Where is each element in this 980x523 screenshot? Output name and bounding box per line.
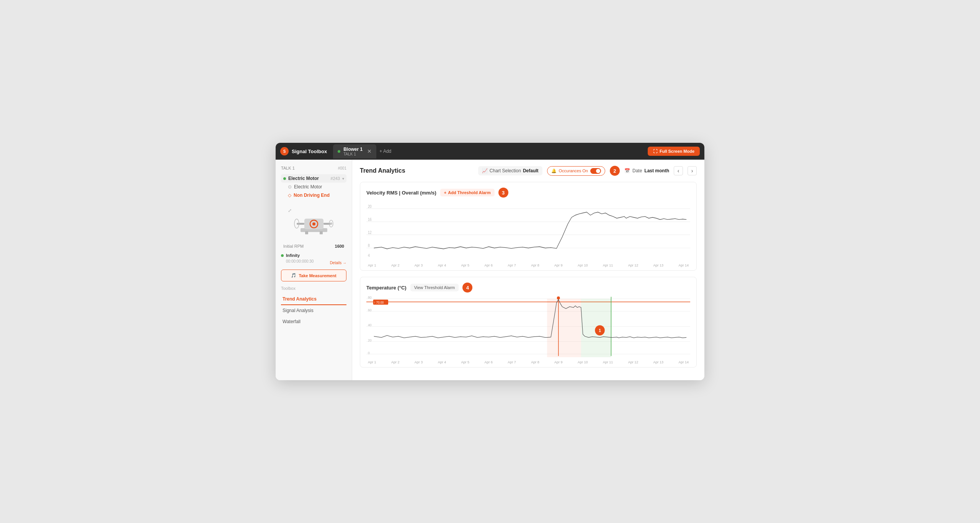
tab-blower1[interactable]: Blower 1 TALK 1 ✕: [333, 144, 376, 159]
toolbox-item-waterfall[interactable]: Waterfall: [281, 316, 346, 327]
infinity-details-link[interactable]: Details →: [330, 261, 346, 265]
device-status-dot: [283, 177, 286, 180]
sub-item-selected-label: Non Driving End: [294, 193, 330, 198]
bell-icon: 🔔: [551, 168, 557, 173]
temperature-chart-wrap: 80 60 40 20 0 ↑ 70.00: [366, 295, 690, 360]
view-threshold-alarm-button[interactable]: View Threshold Alarm: [410, 284, 459, 291]
main-content: TALK 1 #001 Electric Motor #243 ▾ ⊙ Elec…: [276, 160, 704, 380]
infinity-time: 00:00:00:000:30: [286, 259, 314, 263]
prev-button[interactable]: ‹: [674, 166, 683, 175]
expand-icon[interactable]: ⤢: [288, 208, 292, 213]
temperature-chart-panel: Temperature (°C) View Threshold Alarm 4 …: [360, 277, 697, 368]
rpm-row: Initial RPM 1600: [276, 242, 352, 250]
temperature-chart-header: Temperature (°C) View Threshold Alarm 4: [366, 283, 690, 293]
toggle-knob: [596, 169, 600, 173]
talk-header: TALK 1 #001: [281, 166, 346, 170]
calendar-icon: 📅: [624, 168, 630, 173]
rpm-value: 1600: [335, 244, 344, 248]
take-measurement-button[interactable]: 🎵 Take Measurement: [281, 270, 346, 281]
svg-point-8: [330, 222, 332, 225]
app-window: S Signal Toolbox Blower 1 TALK 1 ✕ + Add…: [276, 143, 704, 380]
toolbox-item-signal-analysis[interactable]: Signal Analysis: [281, 305, 346, 316]
diamond-icon: ◇: [288, 193, 291, 198]
device-number: #243: [331, 176, 340, 181]
svg-text:16: 16: [368, 217, 372, 222]
step-badge-3: 3: [498, 188, 508, 198]
chart-header: Trend Analytics 📈 Chart Selection Defaul…: [360, 166, 697, 176]
talk-label: TALK 1: [281, 166, 295, 170]
date-label: Date: [632, 168, 642, 173]
sidebar: TALK 1 #001 Electric Motor #243 ▾ ⊙ Elec…: [276, 160, 352, 380]
gear-icon: ⊙: [288, 184, 292, 190]
temperature-chart-svg: 80 60 40 20 0 ↑ 70.00: [366, 295, 690, 358]
velocity-chart-wrap: 20 16 12 8 4: [366, 200, 690, 263]
device-name: Electric Motor: [288, 176, 319, 181]
velocity-x-labels: Apr 1Apr 2Apr 3Apr 4Apr 5Apr 6Apr 7Apr 8…: [366, 263, 690, 267]
temperature-x-labels: Apr 1Apr 2Apr 3Apr 4Apr 5Apr 6Apr 7Apr 8…: [366, 360, 690, 364]
svg-text:80: 80: [368, 296, 372, 299]
tab-sub-label: TALK 1: [343, 152, 363, 156]
svg-rect-9: [305, 231, 308, 234]
talk-id: #001: [338, 166, 346, 170]
sidebar-talk-section: TALK 1 #001 Electric Motor #243 ▾ ⊙ Elec…: [276, 166, 352, 199]
svg-text:12: 12: [368, 230, 372, 235]
svg-text:1: 1: [599, 328, 601, 333]
sub-item-non-driving-end[interactable]: ◇ Non Driving End: [281, 191, 346, 199]
app-name: Signal Toolbox: [292, 149, 327, 154]
toolbox-title: Toolbox: [281, 286, 346, 291]
title-bar: S Signal Toolbox Blower 1 TALK 1 ✕ + Add…: [276, 143, 704, 160]
sub-item-label: Electric Motor: [294, 184, 322, 190]
app-logo: S Signal Toolbox: [280, 147, 327, 155]
step-badge-4: 4: [462, 283, 472, 293]
date-value: Last month: [644, 168, 669, 173]
chart-selection-value: Default: [523, 168, 539, 173]
chart-area: Trend Analytics 📈 Chart Selection Defaul…: [352, 160, 704, 380]
occurrences-toggle[interactable]: 🔔 Occurances On: [547, 166, 605, 176]
tab-status-dot: [338, 150, 340, 153]
infinity-label: Infinity: [281, 253, 346, 258]
sub-item-electric-motor[interactable]: ⊙ Electric Motor: [281, 183, 346, 191]
motor-svg: [289, 209, 339, 236]
logo-icon: S: [280, 147, 289, 155]
chart-icon: 📈: [482, 168, 488, 173]
svg-point-36: [557, 296, 560, 299]
infinity-section: Infinity 00:00:00:000:30 Details →: [276, 253, 352, 266]
device-item-motor[interactable]: Electric Motor #243 ▾: [281, 174, 346, 183]
chart-selection-prefix: Chart Selection: [490, 168, 521, 173]
svg-text:60: 60: [368, 308, 372, 312]
svg-point-3: [312, 222, 315, 226]
chart-selection-dropdown[interactable]: 📈 Chart Selection Default: [478, 166, 542, 175]
motor-diagram: ⤢: [287, 207, 341, 238]
add-threshold-label: Add Threshold Alarm: [448, 190, 490, 195]
fullscreen-button[interactable]: ⛶ Full Screen Mode: [648, 147, 700, 156]
velocity-chart-title: Velocity RMS | Overall (mm/s): [366, 190, 436, 196]
svg-rect-6: [323, 223, 331, 225]
temperature-chart-title: Temperature (°C): [366, 285, 407, 291]
svg-text:0: 0: [368, 351, 370, 355]
toolbox-item-trend-analytics[interactable]: Trend Analytics: [281, 294, 346, 305]
rpm-label: Initial RPM: [283, 244, 304, 248]
tab-add-button[interactable]: + Add: [379, 149, 391, 154]
fullscreen-label: Full Screen Mode: [660, 149, 694, 154]
svg-text:20: 20: [368, 338, 372, 342]
measurement-icon: 🎵: [291, 273, 296, 278]
svg-text:4: 4: [368, 253, 370, 258]
svg-text:8: 8: [368, 244, 370, 248]
plus-icon: +: [444, 190, 446, 195]
svg-rect-4: [297, 223, 304, 225]
date-control: 📅 Date Last month: [624, 168, 669, 173]
chevron-down-icon: ▾: [342, 177, 344, 181]
take-measurement-label: Take Measurement: [299, 273, 336, 278]
add-threshold-alarm-button[interactable]: + Add Threshold Alarm: [440, 189, 495, 196]
svg-text:↑ 70.00: ↑ 70.00: [374, 301, 384, 304]
chart-controls: 📈 Chart Selection Default 🔔 Occurances O…: [478, 166, 697, 176]
infinity-dot: [281, 254, 284, 257]
toggle-switch[interactable]: [590, 168, 601, 174]
svg-rect-10: [320, 231, 323, 234]
next-button[interactable]: ›: [688, 166, 697, 175]
velocity-chart-header: Velocity RMS | Overall (mm/s) + Add Thre…: [366, 188, 690, 198]
svg-text:40: 40: [368, 323, 372, 327]
tab-close-button[interactable]: ✕: [367, 148, 372, 154]
svg-text:20: 20: [368, 204, 372, 209]
velocity-chart-svg: 20 16 12 8 4: [366, 200, 690, 261]
